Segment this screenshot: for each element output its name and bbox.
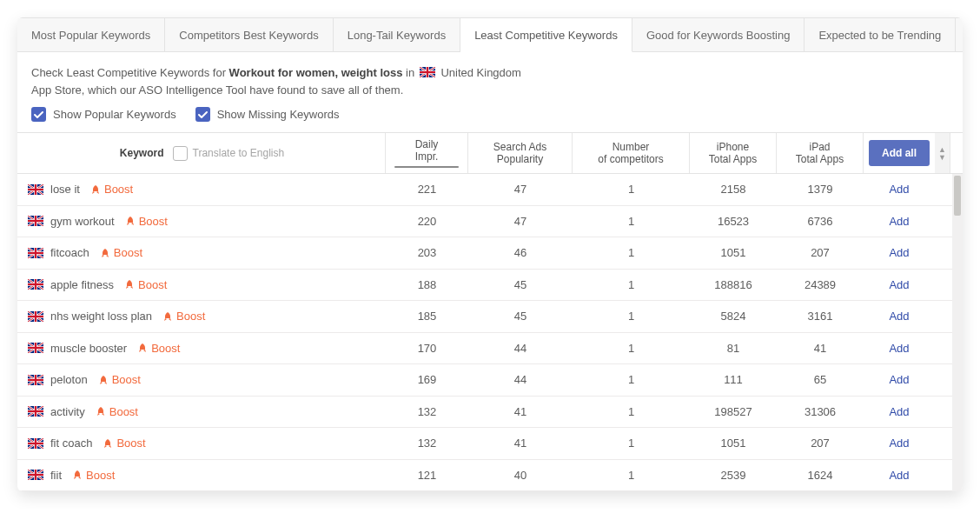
cell-add: Add xyxy=(864,215,935,228)
tab-least-competitive-keywords[interactable]: Least Competitive Keywords xyxy=(460,18,632,52)
translate-label: Translate to English xyxy=(193,147,285,159)
checkbox-checked-icon xyxy=(195,107,210,122)
iphone-l2: Total Apps xyxy=(699,153,767,165)
boost-button[interactable]: Boost xyxy=(72,469,115,482)
cell-iphone-apps: 1051 xyxy=(690,246,777,259)
rocket-icon xyxy=(137,343,148,353)
cell-iphone-apps: 198527 xyxy=(690,405,777,418)
col-header-keyword[interactable]: Keyword Translate to English xyxy=(17,133,386,173)
sort-up-icon[interactable]: ▲ xyxy=(938,146,946,153)
cell-ipad-apps: 1624 xyxy=(777,469,864,482)
uk-flag-icon xyxy=(420,65,435,76)
table-row: fit coachBoost1324111051207Add xyxy=(17,428,963,460)
cell-competitors: 1 xyxy=(573,246,690,259)
table-row: apple fitnessBoost18845118881624389Add xyxy=(17,270,963,302)
boost-button[interactable]: Boost xyxy=(100,246,142,259)
comp-l2: of competitors xyxy=(581,153,680,165)
filter-checks-row: Show Popular Keywords Show Missing Keywo… xyxy=(17,103,963,132)
cell-popularity: 45 xyxy=(468,310,573,323)
sort-down-icon[interactable]: ▼ xyxy=(938,154,946,161)
add-button[interactable]: Add xyxy=(889,342,909,355)
cell-competitors: 1 xyxy=(573,469,690,482)
col-header-daily-impr[interactable]: Daily Impr. xyxy=(386,133,468,173)
intro-text: Check Least Competitive Keywords for Wor… xyxy=(17,52,963,103)
tab-good-for-keywords-boosting[interactable]: Good for Keywords Boosting xyxy=(632,18,805,51)
add-button[interactable]: Add xyxy=(889,437,909,450)
add-button[interactable]: Add xyxy=(889,373,909,386)
keyword-text: gym workout xyxy=(50,215,115,228)
keyword-text: nhs weight loss plan xyxy=(50,310,152,323)
cell-ipad-apps: 65 xyxy=(777,373,864,386)
cell-add: Add xyxy=(864,373,935,386)
add-all-button[interactable]: Add all xyxy=(869,140,930,166)
rocket-icon xyxy=(96,406,106,417)
boost-button[interactable]: Boost xyxy=(137,342,180,355)
add-button[interactable]: Add xyxy=(889,405,909,418)
table-header-row: Keyword Translate to English Daily Impr.… xyxy=(17,133,963,174)
cell-competitors: 1 xyxy=(573,342,690,355)
add-button[interactable]: Add xyxy=(889,215,909,228)
cell-popularity: 41 xyxy=(468,437,573,450)
col-header-ipad-apps[interactable]: iPad Total Apps xyxy=(777,133,864,173)
cell-daily-impr: 132 xyxy=(386,437,468,450)
keyword-text: fit coach xyxy=(50,437,92,450)
cell-add: Add xyxy=(864,437,935,450)
boost-label: Boost xyxy=(114,246,142,259)
pop-l2: Popularity xyxy=(477,153,563,165)
boost-label: Boost xyxy=(112,373,141,386)
add-button[interactable]: Add xyxy=(889,246,909,259)
keyword-text: muscle booster xyxy=(50,342,127,355)
table-row: nhs weight loss planBoost18545158243161A… xyxy=(17,301,963,333)
table-row: muscle boosterBoost1704418141Add xyxy=(17,333,963,365)
cell-add: Add xyxy=(864,183,935,196)
boost-button[interactable]: Boost xyxy=(90,183,133,196)
cell-ipad-apps: 31306 xyxy=(777,405,864,418)
cell-popularity: 47 xyxy=(468,215,573,228)
tab-expected-to-be-trending[interactable]: Expected to be Trending xyxy=(805,18,956,51)
cell-daily-impr: 221 xyxy=(386,183,468,196)
add-button[interactable]: Add xyxy=(889,278,909,291)
tabs-bar: Most Popular KeywordsCompetitors Best Ke… xyxy=(17,17,963,52)
ipad-l1: iPad xyxy=(785,141,854,153)
scrollbar-thumb[interactable] xyxy=(954,176,961,216)
cell-add: Add xyxy=(864,246,935,259)
cell-add: Add xyxy=(864,278,935,291)
add-button[interactable]: Add xyxy=(889,310,909,323)
cell-daily-impr: 132 xyxy=(386,405,468,418)
checkbox-unchecked-icon xyxy=(173,146,188,161)
cell-keyword: fit coachBoost xyxy=(17,437,386,450)
translate-checkbox[interactable]: Translate to English xyxy=(173,146,285,161)
tab-long-tail-keywords[interactable]: Long-Tail Keywords xyxy=(334,18,460,51)
keyword-text: lose it xyxy=(50,183,80,196)
cell-iphone-apps: 2158 xyxy=(690,183,777,196)
tab-most-popular-keywords[interactable]: Most Popular Keywords xyxy=(17,18,165,51)
boost-button[interactable]: Boost xyxy=(125,215,168,228)
col-header-iphone-apps[interactable]: iPhone Total Apps xyxy=(690,133,777,173)
boost-button[interactable]: Boost xyxy=(103,437,145,450)
cell-competitors: 1 xyxy=(573,183,690,196)
cell-popularity: 46 xyxy=(468,246,573,259)
boost-label: Boost xyxy=(138,278,167,291)
show-popular-checkbox[interactable]: Show Popular Keywords xyxy=(31,107,176,122)
boost-button[interactable]: Boost xyxy=(162,310,205,323)
keyword-text: activity xyxy=(50,405,85,418)
vertical-scrollbar[interactable] xyxy=(952,174,963,491)
boost-button[interactable]: Boost xyxy=(124,278,167,291)
boost-button[interactable]: Boost xyxy=(98,373,141,386)
rocket-icon xyxy=(98,375,109,385)
cell-keyword: nhs weight loss planBoost xyxy=(17,310,386,323)
add-button[interactable]: Add xyxy=(889,183,909,196)
cell-keyword: apple fitnessBoost xyxy=(17,278,386,291)
cell-daily-impr: 169 xyxy=(386,373,468,386)
cell-keyword: pelotonBoost xyxy=(17,373,386,386)
show-missing-checkbox[interactable]: Show Missing Keywords xyxy=(195,107,340,122)
add-button[interactable]: Add xyxy=(889,469,909,482)
daily-l2: Impr. xyxy=(394,150,459,163)
col-header-search-ads-popularity[interactable]: Search Ads Popularity xyxy=(468,133,573,173)
intro-mid: in xyxy=(402,66,417,79)
col-header-competitors[interactable]: Number of competitors xyxy=(573,133,690,173)
tab-competitors-best-keywords[interactable]: Competitors Best Keywords xyxy=(165,18,333,51)
boost-label: Boost xyxy=(139,215,168,228)
keyword-text: fitcoach xyxy=(50,246,89,259)
boost-button[interactable]: Boost xyxy=(96,405,138,418)
